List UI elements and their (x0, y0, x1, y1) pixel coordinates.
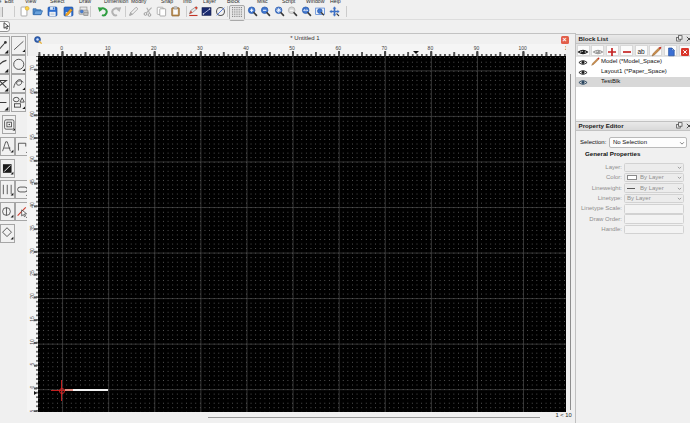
svg-text:ab: ab (638, 48, 646, 55)
